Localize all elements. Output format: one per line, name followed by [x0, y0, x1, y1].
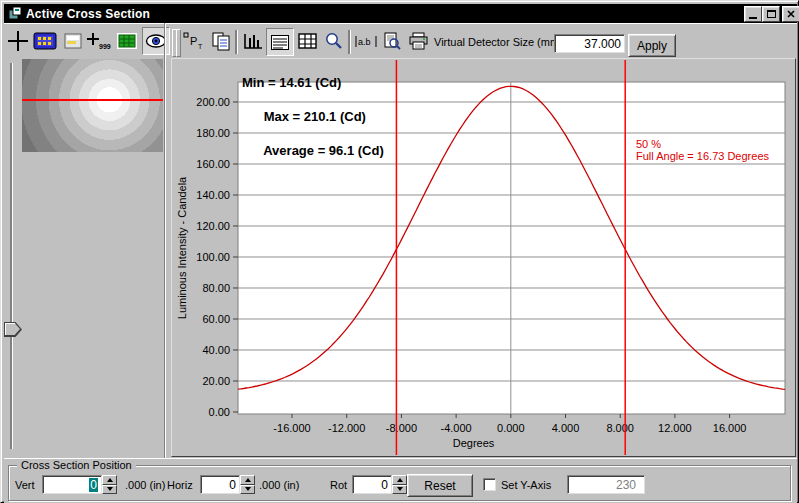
set-y-axis-checkbox[interactable] [483, 478, 496, 491]
profile-view-tool-button[interactable] [266, 28, 294, 56]
half-max-percent: 50 % [636, 138, 661, 150]
point-label-tool-button[interactable]: P T [181, 28, 207, 54]
y-axis-max-input[interactable]: 230 [567, 475, 645, 494]
reset-button[interactable]: Reset [407, 474, 473, 497]
raster-grid-tool-button[interactable] [114, 28, 140, 54]
y-axis-max-value: 230 [616, 478, 641, 492]
rot-spin-up-button[interactable] [392, 475, 407, 485]
group-label: Cross Section Position [17, 459, 136, 471]
vert-input[interactable]: 0 [42, 475, 102, 494]
half-max-annotation: 50 % Full Angle = 16.73 Degrees [636, 138, 769, 162]
y-tick-label: 20.00 [202, 375, 230, 387]
up-arrow-icon [107, 478, 113, 482]
horiz-value: 0 [229, 478, 236, 492]
y-tick-label: 200.00 [196, 96, 230, 108]
horiz-spin-up-button[interactable] [240, 475, 255, 485]
vert-spin-up-button[interactable] [102, 475, 117, 485]
x-tick-label: -16.000 [273, 422, 310, 434]
y-tick-label: 80.00 [202, 282, 230, 294]
up-arrow-icon [397, 478, 403, 482]
histogram-icon [243, 33, 263, 50]
vert-units-label: .000 (in) [125, 479, 165, 491]
x-tick-label: -8.000 [386, 422, 417, 434]
reset-button-label: Reset [424, 479, 455, 493]
detector-size-input[interactable] [554, 34, 625, 53]
close-icon [787, 10, 795, 18]
table-icon [298, 33, 317, 49]
stat-max: Max = 210.1 (Cd) [264, 109, 366, 124]
apply-button[interactable]: Apply [628, 34, 676, 57]
y-tick-label: 160.00 [196, 158, 230, 170]
zoom-tool-button[interactable] [320, 28, 346, 54]
x-tick-label: -12.000 [328, 422, 365, 434]
rot-input[interactable]: 0 [352, 475, 392, 494]
x-tick-label: 4.000 [552, 422, 580, 434]
cross-section-preview-panel [4, 58, 164, 458]
vert-spinner [102, 475, 117, 494]
surface-tool-button[interactable] [60, 28, 86, 54]
y-tick-label: 0.00 [209, 406, 230, 418]
down-arrow-icon [397, 487, 403, 491]
minimize-icon [749, 17, 757, 19]
detector-tool-button[interactable] [32, 28, 58, 54]
chart-stats: Min = 14.61 (Cd) Max = 210.1 (Cd) Averag… [242, 74, 384, 176]
down-arrow-icon [245, 487, 251, 491]
rot-label: Rot [330, 479, 347, 491]
close-button[interactable] [782, 6, 799, 22]
panel-divider[interactable] [164, 23, 165, 458]
table-view-tool-button[interactable] [294, 28, 320, 54]
copy-tool-button[interactable] [208, 28, 234, 54]
horiz-spin-down-button[interactable] [240, 485, 255, 495]
svg-text:a.b: a.b [358, 37, 371, 47]
histogram-view-tool-button[interactable] [240, 28, 266, 54]
cross-section-position-bar: Cross Section Position Vert 0 .000 (in) … [4, 458, 797, 503]
profile-lines-icon [271, 35, 289, 50]
horiz-label: Horiz [167, 479, 193, 491]
vert-spin-down-button[interactable] [102, 485, 117, 495]
text-label-icon: a.b [354, 34, 378, 49]
apply-button-label: Apply [637, 39, 667, 53]
svg-text:999: 999 [99, 43, 111, 50]
x-axis-title: Degrees [453, 437, 495, 449]
point-label-icon: P T [182, 31, 206, 51]
detector-size-label: Virtual Detector Size (mm) [434, 36, 563, 48]
printer-icon [408, 32, 429, 50]
beam-spot-image [22, 59, 163, 152]
vertical-position-slider-thumb[interactable] [4, 322, 22, 337]
point-value-tool-button[interactable]: 999 [86, 28, 112, 54]
vert-value: 0 [89, 478, 98, 492]
surface-icon [64, 33, 82, 49]
x-tick-label: 8.000 [606, 422, 634, 434]
toolbar-separator-1 [235, 30, 237, 54]
x-tick-label: 0.000 [497, 422, 525, 434]
up-arrow-icon [245, 478, 251, 482]
window-title: Active Cross Section [26, 7, 150, 21]
x-tick-label: 16.000 [713, 422, 747, 434]
svg-text:P: P [190, 35, 197, 47]
full-angle-label: Full Angle = 16.73 Degrees [636, 150, 769, 162]
y-tick-label: 140.00 [196, 189, 230, 201]
minimize-button[interactable] [744, 6, 762, 22]
eye-view-tool-button[interactable] [142, 27, 170, 55]
svg-text:T: T [198, 43, 203, 50]
text-label-tool-button[interactable]: a.b [353, 28, 379, 54]
raster-grid-icon [116, 32, 138, 50]
horiz-input[interactable]: 0 [200, 475, 240, 494]
crosshair-icon [7, 30, 29, 52]
x-tick-label: 12.000 [658, 422, 692, 434]
print-tool-button[interactable] [405, 28, 431, 54]
vertical-position-slider-track[interactable] [10, 63, 12, 449]
app-icon [8, 6, 23, 21]
maximize-button[interactable] [762, 6, 780, 22]
cross-section-line [22, 99, 163, 101]
toolbar: 999 P T [4, 23, 797, 59]
crosshair-tool-button[interactable] [5, 28, 31, 54]
y-tick-label: 100.00 [196, 251, 230, 263]
rot-spin-down-button[interactable] [392, 485, 407, 495]
print-preview-tool-button[interactable] [379, 28, 405, 54]
set-y-axis-label: Set Y-Axis [501, 479, 551, 491]
maximize-icon [767, 10, 776, 18]
y-tick-label: 180.00 [196, 127, 230, 139]
chart-panel: 0.0020.0040.0060.0080.00100.00120.00140.… [171, 58, 796, 457]
y-tick-label: 40.00 [202, 344, 230, 356]
